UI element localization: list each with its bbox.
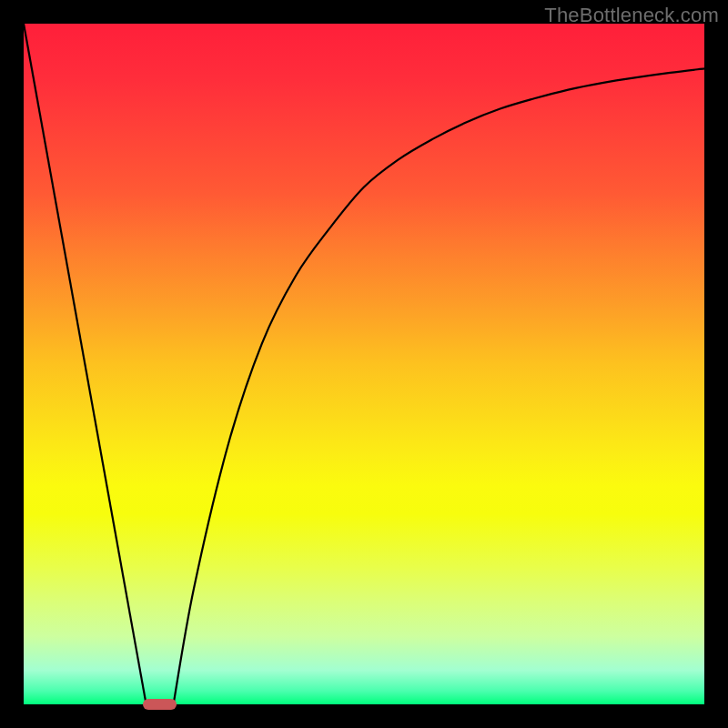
watermark-text: TheBottleneck.com: [544, 4, 719, 27]
chart-right-curve: [174, 68, 704, 704]
chart-left-leg: [24, 24, 147, 704]
chart-frame: TheBottleneck.com: [0, 0, 728, 728]
chart-marker: [143, 699, 177, 710]
chart-curves-svg: [24, 24, 704, 704]
